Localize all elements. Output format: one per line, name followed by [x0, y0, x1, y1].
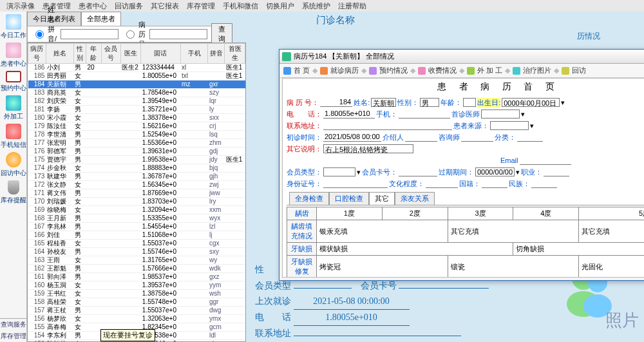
dialog-icon [282, 52, 291, 61]
nav-icon [6, 124, 21, 139]
menu-item[interactable]: 演示录像 [6, 1, 35, 11]
dialog-toolbar[interactable]: 首 页◆就诊病历◆预约情况◆收费情况◆外 加 工◆治疗图片◆回访 [279, 64, 644, 78]
table-row[interactable]: 174步金秋女1.88883e+0bjq [28, 164, 245, 173]
nav-icon [6, 95, 21, 111]
toolbar-icon [369, 67, 377, 75]
toolbar-item[interactable]: 回访 [572, 66, 586, 75]
toolbar-item[interactable]: 收费情况 [428, 66, 457, 75]
toolbar-icon [513, 67, 520, 75]
table-row[interactable]: 172张文静女1.56345e+0zwj [28, 181, 245, 189]
table-row[interactable]: 158高桂荣女1.55748e+0ggr [28, 298, 245, 307]
table-row[interactable]: 165程桂香女1.55037e+0cgx [28, 240, 245, 248]
menu-item[interactable]: 回访服务 [115, 1, 143, 11]
nav-bottom-item[interactable]: 库存管理 [0, 330, 26, 342]
toolbar-icon [467, 67, 475, 75]
table-row[interactable]: 171蒋文伟男1.87669e+0jww [28, 189, 245, 198]
toolbar-icon [562, 67, 569, 75]
search-bar: 姓名/拼音/手机 病历号 查询 [27, 26, 232, 43]
tab-all[interactable]: 全部患者 [81, 12, 121, 26]
table-row[interactable]: 156杨梦欣女1.32063e+0ymx [28, 315, 245, 323]
sub-tab[interactable]: 全身检查 [289, 192, 329, 205]
nav-icon [6, 71, 21, 82]
sub-tab[interactable]: 口腔检查 [329, 192, 369, 205]
table-row[interactable]: 177张宏明男1.55366e+0zhm [28, 139, 245, 147]
table-row[interactable]: 168王月新男1.53355e+0wyx [28, 214, 245, 223]
radio-name[interactable] [35, 30, 44, 39]
nav-item[interactable]: 回访中心 [1, 152, 26, 178]
table-row[interactable]: 179陈汝佳女1.56216e+0crj [28, 122, 245, 131]
photo-label: 照片 [605, 309, 639, 332]
exam-table: 龋齿1度2度3度4度5度 龋齿填充情况银汞充填其它充填其它充填 牙缺损模状缺损切… [287, 207, 644, 278]
table-row[interactable]: 167李兆林男1.54554e+0lzl [28, 223, 245, 231]
nav-icon [6, 43, 21, 58]
exam-subtabs: 全身检查口腔检查其它亲友关系 [287, 192, 644, 205]
toolbar-icon [283, 67, 291, 75]
table-row[interactable]: 157蒋王杖男1.55037e+0dwg [28, 307, 245, 315]
menu-item[interactable]: 系统维护 [302, 1, 330, 11]
toolbar-item[interactable]: 预约情况 [379, 66, 408, 75]
toolbar-item[interactable]: 治疗图片 [523, 66, 551, 75]
form-heading: 患 者 病 历 首 页 [283, 79, 644, 95]
search-button[interactable]: 查询 [211, 23, 232, 45]
table-row[interactable]: 176郭德军男1.39631e+0gdj [28, 147, 245, 156]
sub-tab[interactable]: 其它 [369, 192, 395, 205]
nav-icon [6, 152, 21, 167]
row-tooltip: 现在要挂号复诊 [100, 329, 155, 341]
left-navigation: 今日工作患者中心预约中心外加工手机短信回访中心库存提醒查询服务库存管理 [0, 12, 27, 342]
nav-bottom: 查询服务库存管理 [0, 318, 26, 342]
toolbar-icon [320, 67, 328, 75]
nav-bottom-item[interactable]: 查询服务 [0, 319, 26, 330]
table-row[interactable]: 169徐晓梅女1.32094e+0xxm [28, 206, 245, 214]
patient-detail-dialog: 病历号184 【关新朝】 全部情况 — □ ✕ 首 页◆就诊病历◆预约情况◆收费… [279, 49, 644, 281]
table-row[interactable]: 184关新朝男mzgxr [28, 81, 245, 89]
table-row[interactable]: 185田秀丽女1.80055e+0txl医生1 [28, 72, 245, 81]
nav-item[interactable]: 今日工作 [1, 14, 26, 40]
table-row[interactable]: 170刘瑞媛女1.83703e+0lry [28, 198, 245, 206]
menu-item[interactable]: 库存管理 [187, 1, 215, 11]
table-row[interactable]: 163王雨女1.31765e+0wy [28, 256, 245, 265]
search-name-input[interactable] [61, 29, 118, 39]
nav-item[interactable]: 外加工 [4, 95, 23, 121]
menu-item[interactable]: 其它报表 [151, 1, 179, 11]
table-row[interactable]: 162王郡魁男1.57666e+0wdk [28, 265, 245, 273]
dialog-titlebar[interactable]: 病历号184 【关新朝】 全部情况 — □ ✕ [279, 50, 644, 64]
nav-item[interactable]: 患者中心 [1, 43, 26, 68]
table-row[interactable]: 160杨玉洞女1.39537e+0yym [28, 281, 245, 290]
nav-icon [6, 14, 21, 30]
menu-item[interactable]: 注册帮助 [338, 1, 366, 11]
main-menu[interactable]: 演示录像患者管理患者中心回访服务其它报表库存管理手机和微信切换用户系统维护注册帮… [0, 0, 644, 12]
dialog-title-text: 病历号184 【关新朝】 全部情况 [294, 52, 394, 61]
table-row[interactable]: 178李世清男1.52549e+0lsq [28, 131, 245, 139]
main-tabs: 今日患者列表 全部患者 [27, 12, 121, 26]
menu-item[interactable]: 切换用户 [266, 1, 294, 11]
table-row[interactable]: 181李扬男1.35721e+0ly [28, 106, 245, 114]
menu-item[interactable]: 手机和微信 [223, 1, 258, 11]
table-row[interactable]: 175贾德宇男1.99538e+0jdy医生1 [28, 156, 245, 164]
grid-header-row: 病历号姓名性别年龄会员号医生固话手机拼音首医生 [28, 44, 245, 64]
table-row[interactable]: 173耿建华男1.36787e+0gjh [28, 173, 245, 181]
patient-grid[interactable]: 病历号姓名性别年龄会员号医生固话手机拼音首医生186小刘男20医生2123334… [27, 43, 246, 342]
toolbar-item[interactable]: 首 页 [294, 66, 310, 75]
table-row[interactable]: 183商兆英女1.78548e+0szy [28, 89, 245, 97]
search-blh-input[interactable] [149, 29, 207, 39]
table-row[interactable]: 161郭向泽男1.98537e+0gxz [28, 273, 245, 281]
sub-tab[interactable]: 亲友关系 [395, 192, 435, 205]
table-row[interactable]: 186小刘男20医生2123334444xl医生1 [28, 64, 245, 72]
nav-item[interactable]: 手机短信 [1, 124, 26, 149]
nav-item[interactable]: 库存提醒 [1, 180, 26, 205]
nav-item[interactable]: 预约中心 [1, 71, 26, 93]
toolbar-icon [418, 67, 426, 75]
toolbar-item[interactable]: 就诊病历 [330, 66, 359, 75]
table-row[interactable]: 182刘庆荣女1.39549e+0lqr [28, 97, 245, 106]
radio-blh[interactable] [126, 30, 135, 39]
toolbar-item[interactable]: 外 加 工 [477, 66, 502, 75]
table-row[interactable]: 166刘佳男1.51068e+0lj [28, 231, 245, 240]
nav-icon [8, 180, 19, 195]
menu-item[interactable]: 患者中心 [79, 1, 107, 11]
table-row[interactable]: 159王书红女1.38758e+0wsh [28, 290, 245, 298]
right-action[interactable]: 历情况 [519, 27, 641, 46]
table-row[interactable]: 180宋小霞女1.38378e+0sxx [28, 114, 245, 122]
table-row[interactable]: 164孙校友男1.55746e+0sxy [28, 248, 245, 256]
